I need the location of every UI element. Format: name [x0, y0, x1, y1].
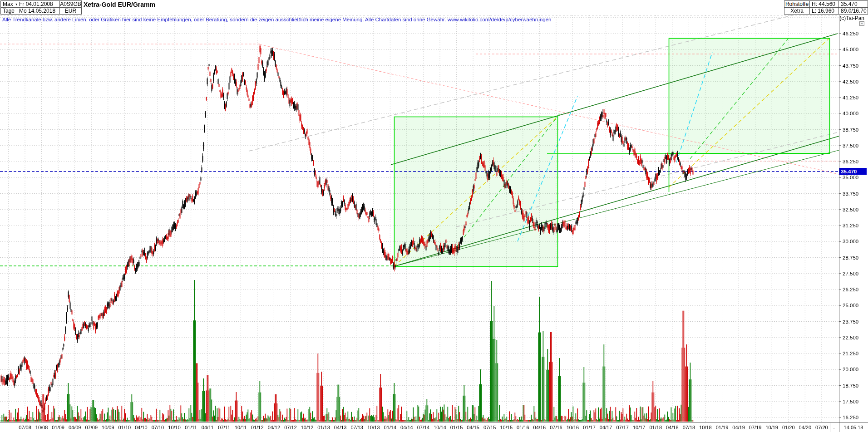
x-axis-label: 07/17: [616, 425, 629, 430]
x-axis-label: 10/15: [500, 425, 513, 430]
y-axis-label: 41.250: [843, 95, 858, 100]
y-axis-label: 22.500: [843, 335, 858, 340]
symbol-field[interactable]: A0S9GB: [59, 0, 82, 8]
x-axis-label: 10/09: [102, 425, 114, 430]
x-axis-label: 04/11: [202, 425, 214, 430]
x-axis-label: 04/09: [69, 425, 81, 430]
symbol-value: A0S9GB: [60, 1, 81, 7]
date-from-field[interactable]: Fr 04.01.2008: [17, 0, 60, 8]
last-price-value: 35.470: [841, 1, 858, 7]
y-axis-label: 42.500: [843, 79, 858, 84]
category-value: Rohstoffe: [785, 1, 809, 7]
x-axis-label: 01/13: [317, 425, 330, 430]
y-axis-label: 18.750: [843, 383, 858, 388]
y-axis-label: 17.500: [843, 399, 858, 404]
x-axis-label: 04/13: [334, 425, 347, 430]
x-axis-label: 04/14: [400, 425, 413, 430]
time-axis-separator: -: [833, 425, 835, 430]
date-to-value: Mo 14.05.2018: [19, 8, 55, 14]
x-axis-label: 01/15: [450, 425, 463, 430]
x-axis-label: 04/18: [666, 425, 679, 430]
y-axis-label: 32.500: [843, 207, 858, 212]
x-axis-label: 01/16: [517, 425, 529, 430]
exchange-value: Xetra: [790, 8, 804, 14]
period-dropdown-label: Tage: [3, 8, 15, 14]
x-axis-label: 10/11: [235, 425, 247, 430]
category-cell: Rohstoffe: [784, 0, 810, 8]
y-axis-label: 46.250: [843, 31, 858, 36]
x-axis-label: 04/17: [600, 425, 612, 430]
current-price-badge: 35.470: [839, 168, 867, 175]
low-cell: L: 16.960: [809, 7, 839, 15]
range-dropdown-label: Max: [3, 1, 13, 7]
currency-value: EUR: [65, 8, 76, 14]
y-axis-label: 38.750: [843, 127, 858, 133]
x-axis-label: 01/14: [384, 425, 397, 430]
y-axis-label: 30.000: [843, 239, 858, 244]
y-axis-label: 31.250: [843, 223, 858, 228]
y-axis-label: 40.000: [843, 111, 858, 116]
x-axis-label: 07/09: [85, 425, 98, 430]
y-axis-label: 45.000: [843, 47, 858, 52]
last-price-cell: 35.470: [838, 0, 868, 8]
x-axis-label: 10/19: [765, 425, 778, 430]
y-axis-label: 33.750: [843, 191, 858, 196]
currency-cell: EUR: [59, 7, 82, 15]
x-axis-label: 01/20: [782, 425, 795, 430]
period-dropdown[interactable]: Tage ▼: [0, 7, 17, 15]
x-axis-label: 04/19: [732, 425, 745, 430]
x-axis-label: 10/16: [567, 425, 579, 430]
disclaimer-text: Alle Trendkanäle bzw. andere Linien, ode…: [2, 17, 552, 22]
x-axis-label: 01/19: [716, 425, 729, 430]
date-to-field[interactable]: Mo 14.05.2018: [17, 7, 60, 15]
x-axis-label: 04/10: [135, 425, 148, 430]
x-axis-label: 07/20: [815, 425, 828, 430]
x-axis-label: 07/18: [683, 425, 695, 430]
high-cell: H: 44.560: [809, 0, 839, 8]
taipan-chart-window: Max ▼ Fr 04.01.2008 A0S9GB Tage ▼ Mo 14.…: [0, 0, 868, 432]
x-axis-label: 01/11: [185, 425, 197, 430]
x-axis-label: 07/14: [417, 425, 430, 430]
y-axis-label: 26.250: [843, 287, 858, 292]
x-axis-label: 04/16: [533, 425, 546, 430]
x-axis-label: 01/10: [118, 425, 131, 430]
x-axis-label: 10/14: [434, 425, 446, 430]
x-axis-label: 01/17: [583, 425, 596, 430]
y-axis-label: 20.000: [843, 367, 858, 372]
x-axis-label: 10/18: [699, 425, 712, 430]
x-axis-label: 07/16: [550, 425, 562, 430]
range-dropdown[interactable]: Max ▼: [0, 0, 17, 8]
x-axis-label: 10/10: [168, 425, 181, 430]
x-axis-label: 01/09: [52, 425, 64, 430]
x-axis-label: 01/18: [650, 425, 662, 430]
x-axis-label: 04/12: [268, 425, 281, 430]
y-axis-label: 23.750: [843, 319, 858, 324]
x-axis-label: 10/12: [301, 425, 314, 430]
y-axis-label: 16.250: [843, 415, 858, 420]
y-axis-label: 43.750: [843, 63, 858, 69]
y-axis-label: 28.750: [843, 255, 858, 260]
y-axis-label: 37.500: [843, 143, 858, 148]
x-axis-label: 10/17: [633, 425, 646, 430]
x-axis-label: 01/12: [251, 425, 264, 430]
x-axis-label: 07/10: [152, 425, 164, 430]
collapse-pane-icon[interactable]: −: [859, 21, 864, 26]
x-axis-label: 10/08: [35, 425, 48, 430]
date-from-value: Fr 04.01.2008: [19, 1, 53, 7]
y-axis-label: 36.250: [843, 159, 858, 164]
x-axis-label: 07/13: [350, 425, 363, 430]
y-axis-label: 35.000: [843, 175, 858, 180]
misc-cell: 89.0/16.70: [838, 7, 868, 15]
exchange-cell: Xetra: [784, 7, 810, 15]
copyright-label: (c)Tai-Pan: [839, 15, 864, 21]
chart-canvas[interactable]: [0, 0, 868, 432]
y-axis-label: 27.500: [843, 271, 858, 276]
x-axis-label: 10/13: [367, 425, 380, 430]
x-axis-label: 07/15: [483, 425, 496, 430]
low-value: L: 16.960: [812, 8, 834, 14]
y-axis-label: 25.000: [843, 303, 858, 308]
x-axis-label: 07/08: [19, 425, 31, 430]
high-value: H: 44.560: [812, 1, 835, 7]
y-axis-label: 21.250: [843, 351, 858, 356]
end-date-label: 14.05.18: [844, 425, 863, 430]
